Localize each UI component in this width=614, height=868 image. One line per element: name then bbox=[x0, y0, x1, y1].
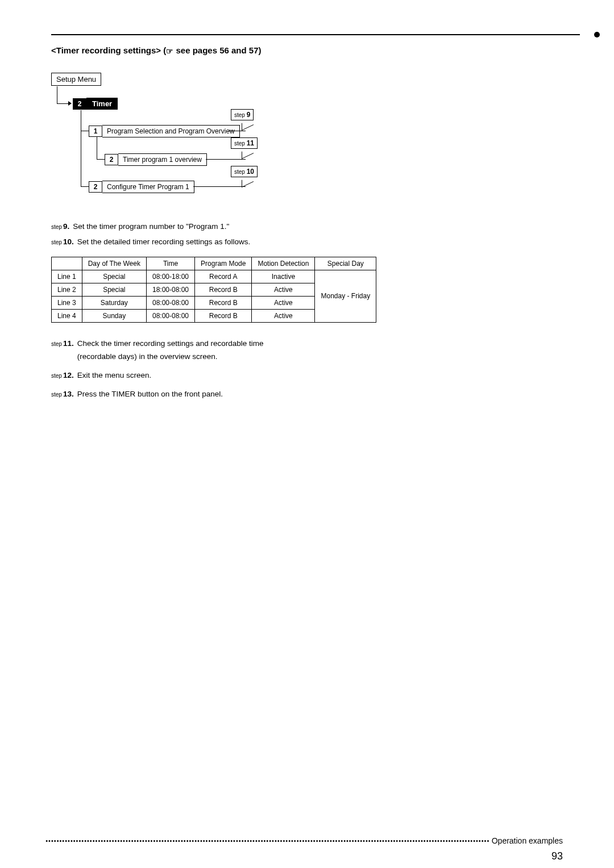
timer-settings-table: Day of The WeekTimeProgram ModeMotion De… bbox=[51, 257, 376, 323]
table-cell: Record B bbox=[195, 296, 252, 309]
step-text: Press the TIMER button on the front pane… bbox=[77, 388, 301, 401]
table-body: Line 1Special08:00-18:00Record AInactive… bbox=[52, 270, 376, 322]
steps-list-b: step11.Check the timer recording setting… bbox=[51, 337, 301, 401]
menu-tree-diagram: Setup Menu 2 Timer 1 Program Selection a… bbox=[51, 73, 324, 203]
tree-connector bbox=[81, 186, 89, 187]
table-cell: Inactive bbox=[252, 270, 315, 283]
tree-connector bbox=[206, 159, 246, 160]
tree-connector bbox=[97, 136, 97, 159]
tree-connector bbox=[57, 103, 69, 104]
section-heading: <Timer recording settings> (☞ see pages … bbox=[51, 45, 563, 56]
tree-connector bbox=[97, 159, 105, 160]
step-label: step bbox=[51, 337, 62, 364]
page-number: 93 bbox=[551, 850, 563, 862]
step-row: step11.Check the timer recording setting… bbox=[51, 337, 301, 364]
table-cell: Record B bbox=[195, 309, 252, 322]
step-text: Exit the menu screen. bbox=[77, 369, 301, 382]
tree-num: 1 bbox=[89, 126, 102, 137]
tree-connector bbox=[229, 131, 246, 131]
table-cell: Record B bbox=[195, 283, 252, 296]
step-number: 11. bbox=[63, 337, 74, 364]
arrow-icon bbox=[68, 101, 72, 106]
step-text: Set the detailed timer recording setting… bbox=[77, 236, 563, 249]
tree-node-configure: 2 Configure Timer Program 1 bbox=[89, 181, 194, 193]
table-cell: Line 4 bbox=[52, 309, 82, 322]
steps-list-a: step9.Set the timer program number to "P… bbox=[51, 220, 563, 249]
tree-connector bbox=[57, 86, 57, 103]
step-text: Set the timer program number to "Program… bbox=[73, 220, 563, 233]
step-row: step10.Set the detailed timer recording … bbox=[51, 236, 563, 249]
page: <Timer recording settings> (☞ see pages … bbox=[0, 0, 614, 868]
tree-item-text: Program Selection and Program Overview bbox=[102, 125, 240, 137]
table-header-cell bbox=[52, 257, 82, 270]
table-cell: Special bbox=[82, 270, 146, 283]
step-number: 12. bbox=[63, 369, 74, 382]
top-rule bbox=[51, 34, 580, 35]
table-cell: Active bbox=[252, 283, 315, 296]
table-row: Line 1Special08:00-18:00Record AInactive… bbox=[52, 270, 376, 283]
tree-node-program-selection: 1 Program Selection and Program Overview bbox=[89, 125, 240, 137]
table-cell: Line 2 bbox=[52, 283, 82, 296]
tree-connector bbox=[193, 186, 246, 187]
setup-menu-label: Setup Menu bbox=[56, 75, 96, 84]
tree-item-text: Configure Timer Program 1 bbox=[102, 181, 194, 193]
step-label: step bbox=[51, 220, 62, 233]
step-row: step9.Set the timer program number to "P… bbox=[51, 220, 563, 233]
table-cell: Sunday bbox=[82, 309, 146, 322]
table-header-row: Day of The WeekTimeProgram ModeMotion De… bbox=[52, 257, 376, 270]
step-label: step bbox=[51, 388, 62, 401]
table-cell: Active bbox=[252, 309, 315, 322]
heading-suffix: see pages 56 and 57) bbox=[173, 45, 261, 55]
table-header-cell: Program Mode bbox=[195, 257, 252, 270]
step-number: 10. bbox=[63, 236, 74, 249]
step-text: Check the timer recording settings and r… bbox=[77, 337, 301, 364]
tree-connector bbox=[81, 131, 89, 131]
step-label: step bbox=[51, 369, 62, 382]
table-cell: Line 3 bbox=[52, 296, 82, 309]
table-cell: Special bbox=[82, 283, 146, 296]
tree-node-overview: 2 Timer program 1 overview bbox=[105, 153, 207, 166]
step-row: step13.Press the TIMER button on the fro… bbox=[51, 388, 301, 401]
table-cell: Line 1 bbox=[52, 270, 82, 283]
tree-node-timer: 2 Timer bbox=[73, 98, 118, 110]
table-cell: Saturday bbox=[82, 296, 146, 309]
footer-text: Operation examples bbox=[492, 836, 563, 845]
page-footer: ••••••••••••••••••••••••••••••••••••••••… bbox=[0, 835, 614, 845]
step-label: step bbox=[234, 169, 245, 175]
step-label: step bbox=[234, 112, 245, 118]
step-number: 9 bbox=[247, 111, 251, 119]
step-label: step bbox=[234, 140, 245, 147]
table-cell: 08:00-18:00 bbox=[146, 270, 194, 283]
table-cell: 18:00-08:00 bbox=[146, 283, 194, 296]
heading-prefix: <Timer recording settings> ( bbox=[51, 45, 166, 55]
tree-num: 2 bbox=[73, 98, 86, 110]
step-number: 13. bbox=[63, 388, 74, 401]
tree-connector bbox=[81, 110, 81, 186]
table-header-cell: Day of The Week bbox=[82, 257, 146, 270]
table-cell: 08:00-08:00 bbox=[146, 296, 194, 309]
pointing-hand-icon: ☞ bbox=[166, 47, 173, 56]
table-cell: Active bbox=[252, 296, 315, 309]
step-row: step12.Exit the menu screen. bbox=[51, 369, 301, 382]
table-header-cell: Time bbox=[146, 257, 194, 270]
footer-dots: ••••••••••••••••••••••••••••••••••••••••… bbox=[45, 837, 489, 844]
table-cell: Record A bbox=[195, 270, 252, 283]
step-label: step bbox=[51, 236, 62, 249]
table-cell: Monday - Friday bbox=[315, 270, 376, 322]
table-header-cell: Special Day bbox=[315, 257, 376, 270]
tree-timer-label: Timer bbox=[86, 98, 118, 110]
tree-num: 2 bbox=[89, 181, 102, 193]
setup-menu-box: Setup Menu bbox=[51, 73, 101, 86]
tree-num: 2 bbox=[105, 154, 118, 165]
step-number: 9. bbox=[63, 220, 69, 233]
table-header-cell: Motion Detection bbox=[252, 257, 315, 270]
tree-item-text: Timer program 1 overview bbox=[118, 153, 207, 166]
table-cell: 08:00-08:00 bbox=[146, 309, 194, 322]
